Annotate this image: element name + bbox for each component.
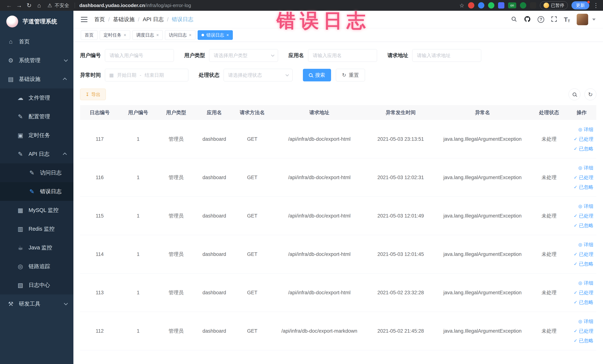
sidebar-item-access-log[interactable]: ✎ 访问日志: [0, 163, 73, 182]
ignored-link[interactable]: ✓已忽略: [574, 144, 593, 153]
back-icon[interactable]: ←: [4, 1, 14, 10]
cell-user-id: 1: [119, 251, 157, 257]
breadcrumb-api-log[interactable]: API 日志: [143, 16, 164, 23]
help-icon[interactable]: ?: [538, 16, 544, 23]
user-avatar[interactable]: [577, 14, 588, 25]
extension-icon[interactable]: [468, 2, 474, 9]
check-icon: ✓: [574, 173, 577, 182]
box-icon: ▣: [16, 132, 24, 139]
sidebar-item-home[interactable]: ⌂ 首页: [0, 32, 73, 51]
cell-exception-time: 2021-05-03 12:02:31: [368, 175, 434, 180]
export-button[interactable]: ↧ 导出: [80, 89, 106, 100]
extension-icon[interactable]: [498, 2, 504, 9]
user-id-input[interactable]: [105, 49, 174, 62]
home-icon[interactable]: ⌂: [34, 1, 44, 10]
tab-scheduled-tasks[interactable]: 定时任务 ×: [100, 30, 130, 40]
ignored-link[interactable]: ✓已忽略: [574, 183, 593, 191]
detail-link[interactable]: ◎详细: [578, 202, 593, 211]
tab-home[interactable]: 首页: [81, 30, 97, 40]
reset-button[interactable]: ↻ 重置: [336, 69, 365, 82]
close-icon[interactable]: ×: [226, 33, 229, 37]
sidebar-item-infrastructure[interactable]: ▤ 基础设施: [0, 70, 73, 88]
forward-icon[interactable]: →: [14, 1, 24, 10]
detail-link[interactable]: ◎详细: [578, 164, 593, 172]
sidebar-item-java-monitor[interactable]: ☕ Java 监控: [0, 238, 73, 257]
browser-menu-icon[interactable]: ⋮: [593, 2, 599, 9]
processed-link[interactable]: ✓已处理: [574, 250, 593, 258]
bookmark-star-icon[interactable]: ☆: [459, 2, 464, 9]
tab-error-log[interactable]: 错误日志 ×: [197, 30, 233, 40]
tab-access-log[interactable]: 访问日志 ×: [165, 30, 195, 40]
cell-actions: ◎详细 ✓已处理 ✓已忽略: [567, 279, 596, 306]
processed-link[interactable]: ✓已处理: [574, 135, 593, 143]
detail-link[interactable]: ◎详细: [578, 317, 593, 326]
close-icon[interactable]: ×: [124, 33, 126, 37]
request-url-input[interactable]: [412, 49, 481, 62]
avatar-caret-icon[interactable]: [592, 19, 596, 21]
processed-link[interactable]: ✓已处理: [574, 173, 593, 182]
processed-link[interactable]: ✓已处理: [574, 327, 593, 335]
sidebar-item-file-management[interactable]: ☁ 文件管理: [0, 88, 73, 107]
cell-app-name: dashboard: [195, 290, 233, 295]
check-icon: ✓: [574, 298, 577, 306]
processed-link[interactable]: ✓已处理: [574, 288, 593, 297]
sidebar-item-error-log[interactable]: ✎ 错误日志: [0, 182, 73, 201]
github-icon[interactable]: [524, 16, 531, 23]
extension-icon[interactable]: [488, 2, 494, 9]
collapse-menu-icon[interactable]: [81, 17, 88, 22]
detail-link[interactable]: ◎详细: [578, 125, 593, 134]
sidebar-item-scheduled-tasks[interactable]: ▣ 定时任务: [0, 126, 73, 145]
extension-icon[interactable]: [478, 2, 484, 9]
sidebar-item-api-log[interactable]: ✎ API 日志: [0, 145, 73, 163]
ignored-link[interactable]: ✓已忽略: [574, 221, 593, 230]
breadcrumb-home[interactable]: 首页: [94, 16, 105, 23]
sidebar-logo[interactable]: 芋道管理系统: [0, 11, 73, 32]
cell-exception-time: 2021-05-03 12:01:49: [368, 213, 434, 219]
cell-status: 未处理: [531, 136, 567, 142]
tab-schedule-log[interactable]: 调度日志 ×: [132, 30, 163, 40]
cell-exception-name: java.lang.IllegalArgumentException: [434, 213, 531, 219]
processed-link[interactable]: ✓已处理: [574, 211, 593, 220]
close-icon[interactable]: ×: [156, 33, 159, 37]
extension-icon[interactable]: [520, 2, 526, 9]
app-name-input[interactable]: [308, 49, 377, 62]
grid-icon: ▤: [7, 76, 15, 83]
breadcrumb-infrastructure[interactable]: 基础设施: [113, 16, 135, 23]
extension-on-badge[interactable]: on: [508, 2, 516, 8]
font-size-icon[interactable]: TT: [564, 16, 570, 23]
search-icon[interactable]: [511, 16, 517, 23]
cell-actions: ◎详细 ✓已处理 ✓已忽略: [567, 125, 596, 153]
sidebar-item-log-center[interactable]: ▧ 日志中心: [0, 276, 73, 294]
process-status-select[interactable]: 请选择处理状态: [223, 69, 292, 82]
app-title: 芋道管理系统: [23, 18, 57, 25]
sidebar-item-mysql-monitor[interactable]: ▦ MySQL 监控: [0, 201, 73, 220]
exception-time-range-picker[interactable]: ▦ 开始日期 - 结束日期: [105, 69, 188, 82]
sidebar-item-dev-tools[interactable]: ⚒ 研发工具: [0, 294, 73, 313]
ignored-link[interactable]: ✓已忽略: [574, 260, 593, 268]
filter-exception-time: 异常时间 ▦ 开始日期 - 结束日期: [80, 69, 188, 82]
cell-exception-name: java.lang.IllegalArgumentException: [434, 251, 531, 257]
sidebar-item-trace[interactable]: ◎ 链路追踪: [0, 257, 73, 276]
user-type-select[interactable]: 请选择用户类型: [209, 49, 278, 62]
browser-update-button[interactable]: 更新: [571, 1, 589, 10]
refresh-table-button[interactable]: ↻: [584, 88, 596, 100]
content-area: 用户编号 用户类型 请选择用户类型 应用名 请求地址: [73, 42, 603, 364]
log-icon: ✎: [28, 188, 36, 195]
fullscreen-icon[interactable]: [551, 16, 557, 23]
ignored-link[interactable]: ✓已忽略: [574, 336, 593, 345]
sidebar-item-redis-monitor[interactable]: ▥ Redis 监控: [0, 220, 73, 238]
sidebar-item-system-management[interactable]: ⚙ 系统管理: [0, 51, 73, 70]
toggle-search-button[interactable]: [568, 88, 580, 100]
reload-icon[interactable]: ↻: [24, 1, 34, 10]
extension-icon[interactable]: [530, 2, 536, 9]
sidebar-item-config-management[interactable]: ✎ 配置管理: [0, 107, 73, 126]
table-row: 115 1 管理员 dashboard GET /api/infra/db-do…: [80, 197, 596, 235]
detail-link[interactable]: ◎详细: [578, 240, 593, 249]
cell-status: 未处理: [531, 289, 567, 296]
search-button[interactable]: 搜索: [303, 69, 331, 82]
ignored-link[interactable]: ✓已忽略: [574, 298, 593, 306]
detail-link[interactable]: ◎详细: [578, 279, 593, 287]
address-bar[interactable]: ⚠ 不安全 dashboard.yudao.iocoder.cn/infra/l…: [47, 2, 191, 9]
profile-paused-pill[interactable]: 已暂停: [540, 1, 568, 10]
close-icon[interactable]: ×: [189, 33, 191, 37]
